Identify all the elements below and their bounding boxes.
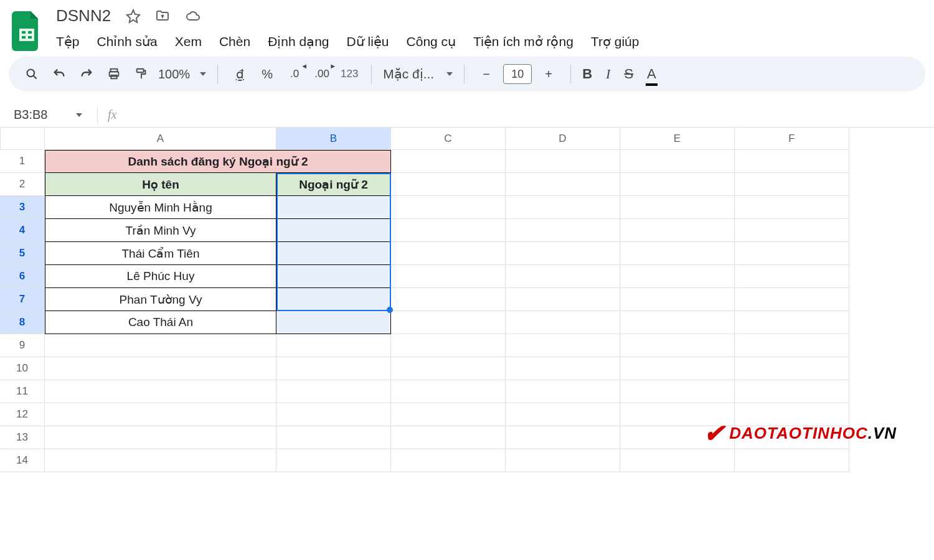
col-header-B[interactable]: B — [276, 128, 391, 150]
cell-B3[interactable] — [276, 196, 391, 219]
cell-A5[interactable]: Thái Cẩm Tiên — [45, 242, 276, 265]
cell-A7[interactable]: Phan Tường Vy — [45, 288, 276, 311]
document-title[interactable]: DSNN2 — [56, 6, 111, 26]
cell-F4[interactable] — [735, 219, 849, 242]
cell-D5[interactable] — [506, 242, 620, 265]
cell-B4[interactable] — [276, 219, 391, 242]
cell-D4[interactable] — [506, 219, 620, 242]
menu-file[interactable]: Tệp — [56, 34, 80, 49]
row-header-3[interactable]: 3 — [0, 196, 45, 219]
menu-view[interactable]: Xem — [175, 34, 202, 49]
name-box[interactable]: B3:B8 — [14, 108, 47, 122]
font-size-decrease-button[interactable]: − — [476, 63, 497, 85]
row-header-1[interactable]: 1 — [0, 150, 45, 173]
cell-E1[interactable] — [620, 150, 735, 173]
font-size-increase-button[interactable]: + — [538, 63, 559, 85]
cell-E2[interactable] — [620, 173, 735, 196]
menu-format[interactable]: Định dạng — [268, 34, 329, 49]
cell-E14[interactable] — [620, 449, 735, 472]
search-icon[interactable] — [21, 63, 42, 85]
cell-A14[interactable] — [45, 449, 276, 472]
chevron-down-icon[interactable] — [446, 72, 453, 76]
cell-E3[interactable] — [620, 196, 735, 219]
paint-format-icon[interactable] — [131, 63, 152, 85]
cell-B13[interactable] — [276, 426, 391, 449]
row-header-8[interactable]: 8 — [0, 311, 45, 334]
currency-button[interactable]: ₫ — [229, 63, 250, 85]
cell-F10[interactable] — [735, 357, 849, 380]
redo-icon[interactable] — [76, 63, 97, 85]
font-family-select[interactable]: Mặc đị... — [383, 67, 434, 82]
cell-F5[interactable] — [735, 242, 849, 265]
col-header-A[interactable]: A — [45, 128, 276, 150]
chevron-down-icon[interactable] — [200, 72, 206, 76]
row-header-9[interactable]: 9 — [0, 334, 45, 357]
row-header-14[interactable]: 14 — [0, 449, 45, 472]
row-header-5[interactable]: 5 — [0, 242, 45, 265]
menu-extensions[interactable]: Tiện ích mở rộng — [473, 34, 573, 49]
decrease-decimal-button[interactable]: .0◄ — [284, 63, 305, 85]
row-header-10[interactable]: 10 — [0, 357, 45, 380]
row-header-6[interactable]: 6 — [0, 265, 45, 288]
cell-C2[interactable] — [391, 173, 506, 196]
cell-E9[interactable] — [620, 334, 735, 357]
bold-button[interactable]: B — [582, 66, 592, 82]
cell-A1B1[interactable]: Danh sách đăng ký Ngoại ngữ 2 — [45, 150, 391, 173]
cell-E5[interactable] — [620, 242, 735, 265]
row-header-12[interactable]: 12 — [0, 403, 45, 426]
cell-C7[interactable] — [391, 288, 506, 311]
cell-D3[interactable] — [506, 196, 620, 219]
cell-F9[interactable] — [735, 334, 849, 357]
sheets-app-icon[interactable] — [9, 6, 45, 56]
cell-B14[interactable] — [276, 449, 391, 472]
cell-E7[interactable] — [620, 288, 735, 311]
cell-E4[interactable] — [620, 219, 735, 242]
undo-icon[interactable] — [49, 63, 70, 85]
cell-F3[interactable] — [735, 196, 849, 219]
cell-D14[interactable] — [506, 449, 620, 472]
row-header-4[interactable]: 4 — [0, 219, 45, 242]
cell-A2[interactable]: Họ tên — [45, 173, 276, 196]
cell-D9[interactable] — [506, 334, 620, 357]
cell-A11[interactable] — [45, 380, 276, 403]
menu-data[interactable]: Dữ liệu — [347, 34, 389, 49]
cell-C6[interactable] — [391, 265, 506, 288]
cell-F2[interactable] — [735, 173, 849, 196]
cell-A9[interactable] — [45, 334, 276, 357]
cell-A8[interactable]: Cao Thái An — [45, 311, 276, 334]
increase-decimal-button[interactable]: .00► — [311, 63, 333, 85]
cell-C12[interactable] — [391, 403, 506, 426]
menu-tools[interactable]: Công cụ — [407, 34, 456, 49]
strikethrough-button[interactable]: S — [624, 66, 633, 82]
cell-B12[interactable] — [276, 403, 391, 426]
cell-F8[interactable] — [735, 311, 849, 334]
cell-A6[interactable]: Lê Phúc Huy — [45, 265, 276, 288]
cell-C3[interactable] — [391, 196, 506, 219]
cell-B10[interactable] — [276, 357, 391, 380]
row-header-2[interactable]: 2 — [0, 173, 45, 196]
cell-E6[interactable] — [620, 265, 735, 288]
row-header-11[interactable]: 11 — [0, 380, 45, 403]
cell-C10[interactable] — [391, 357, 506, 380]
menu-edit[interactable]: Chỉnh sửa — [97, 34, 158, 49]
cell-F1[interactable] — [735, 150, 849, 173]
chevron-down-icon[interactable] — [76, 113, 82, 117]
cell-B6[interactable] — [276, 265, 391, 288]
cell-E10[interactable] — [620, 357, 735, 380]
cell-A4[interactable]: Trần Minh Vy — [45, 219, 276, 242]
cell-D11[interactable] — [506, 380, 620, 403]
move-folder-icon[interactable] — [154, 9, 171, 24]
cell-B2[interactable]: Ngoại ngữ 2 — [276, 173, 391, 196]
cell-F6[interactable] — [735, 265, 849, 288]
cell-F7[interactable] — [735, 288, 849, 311]
cell-D13[interactable] — [506, 426, 620, 449]
row-header-7[interactable]: 7 — [0, 288, 45, 311]
cell-B5[interactable] — [276, 242, 391, 265]
cell-D1[interactable] — [506, 150, 620, 173]
star-icon[interactable] — [126, 9, 141, 24]
cell-C13[interactable] — [391, 426, 506, 449]
cell-C9[interactable] — [391, 334, 506, 357]
row-header-13[interactable]: 13 — [0, 426, 45, 449]
cell-E8[interactable] — [620, 311, 735, 334]
percent-button[interactable]: % — [257, 63, 278, 85]
